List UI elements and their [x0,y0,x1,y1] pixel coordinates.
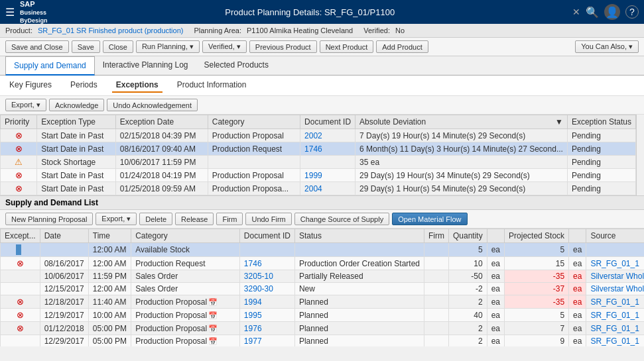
search-icon[interactable]: 🔍 [586,6,599,19]
exc-doc-id-cell[interactable]: 1746 [300,142,355,156]
sdl-doc-link[interactable]: 1746 [244,259,262,268]
sdl-status-cell: Partially Released [294,270,424,283]
sdl-source-link[interactable]: Silverstar Whol... [590,284,644,293]
exc-status-cell: Pending [567,129,635,142]
sub-tab-product-information[interactable]: Product Information [173,78,251,93]
exceptions-toolbar: Export, Acknowledge Undo Acknowledgement [0,96,644,115]
tab-selected-products[interactable]: Selected Products [196,56,277,76]
hamburger-icon[interactable]: ☰ [5,6,15,19]
sdl-source-cell[interactable]: SR_FG_01_1 [586,295,644,309]
sdl-source-cell[interactable]: Silverstar Whol... [586,270,644,283]
sdl-proj-unit-cell: ea [569,257,586,270]
main-tabs: Supply and Demand Interactive Planning L… [0,56,644,76]
sub-tab-periods[interactable]: Periods [66,78,101,93]
sdl-doc-link[interactable]: 1977 [244,336,262,346]
sdl-unit-cell: ea [487,283,504,295]
sdl-firm-cell [424,243,448,257]
sdl-doc-id-cell[interactable]: 1977 [239,335,294,347]
sdl-source-link[interactable]: SR_FG_01_1 [590,297,639,307]
sdl-doc-link[interactable]: 1994 [244,297,262,307]
undo-firm-button[interactable]: Undo Firm [245,213,291,225]
sdl-error-icon: ⊗ [17,323,24,333]
sdl-col-firm: Firm [424,229,448,243]
sdl-source-link[interactable]: SR_FG_01_1 [590,324,639,333]
export-exceptions-button[interactable]: Export, [5,99,46,111]
undo-acknowledge-button[interactable]: Undo Acknowledgement [107,99,198,111]
sdl-source-link[interactable]: SR_FG_01_1 [590,336,639,346]
sdl-doc-link[interactable]: 1995 [244,311,262,320]
tab-supply-demand[interactable]: Supply and Demand [5,56,95,76]
new-planning-proposal-button[interactable]: New Planning Proposal [5,213,93,225]
sdl-source-cell[interactable] [586,243,644,257]
close-button[interactable]: Close [103,40,133,53]
sdl-doc-link[interactable]: 3205-10 [244,272,273,281]
sdl-source-link[interactable]: SR_FG_01_1 [590,259,639,268]
export-sdl-button[interactable]: Export, [96,213,137,225]
exc-doc-link[interactable]: 2002 [304,131,322,140]
sdl-doc-id-cell[interactable] [239,243,294,257]
add-product-button[interactable]: Add Product [376,40,428,53]
sdl-doc-link[interactable]: 1976 [244,324,262,333]
sdl-firm-cell [424,309,448,322]
sdl-quantity-cell: -50 [448,270,487,283]
sdl-source-cell[interactable]: SR_FG_01_1 [586,335,644,347]
exc-category-cell: Production Proposal [208,169,300,182]
error-icon: ⊗ [15,130,23,140]
exc-doc-id-cell[interactable]: 2004 [300,182,355,195]
exc-doc-id-cell[interactable]: 2002 [300,129,355,142]
previous-product-button[interactable]: Previous Product [249,40,317,53]
open-material-flow-button[interactable]: Open Material Flow [392,213,467,225]
top-bar: ☰ SAPBusinessByDesign Product Planning D… [0,0,644,24]
sdl-source-cell[interactable]: SR_FG_01_1 [586,257,644,270]
sdl-doc-id-cell[interactable]: 1746 [239,257,294,270]
acknowledge-button[interactable]: Acknowledge [49,99,104,111]
product-link[interactable]: SR_FG_01 SR Finished product (production… [38,26,184,34]
sdl-source-link[interactable]: SR_FG_01_1 [590,311,639,320]
sdl-source-cell[interactable]: SR_FG_01_1 [586,322,644,335]
sdl-source-link[interactable]: Silverstar Whol... [590,272,644,281]
run-planning-button[interactable]: Run Planning, [136,40,200,53]
change-source-button[interactable]: Change Source of Supply [294,213,389,225]
exc-doc-id-cell[interactable] [300,156,355,169]
sdl-source-cell[interactable]: Silverstar Whol... [586,283,644,295]
sdl-category-cell: Production Proposal📅 [131,335,240,347]
sdl-doc-id-cell[interactable]: 3205-10 [239,270,294,283]
exc-doc-link[interactable]: 1746 [304,144,322,154]
delete-button[interactable]: Delete [139,213,172,225]
you-can-also-button[interactable]: You Can Also, [575,40,639,53]
exc-doc-link[interactable]: 1999 [304,171,322,180]
exc-status-cell: Pending [567,142,635,156]
close-tab-icon[interactable]: ✕ [572,7,580,17]
save-close-button[interactable]: Save and Close [5,40,69,53]
sdl-proj-unit-cell: ea [569,322,586,335]
sdl-doc-link[interactable]: 3290-30 [244,284,273,293]
sdl-unit-cell: ea [487,295,504,309]
firm-button[interactable]: Firm [216,213,243,225]
exc-doc-link[interactable]: 2004 [304,184,322,193]
exceptions-scrollbar[interactable] [636,115,644,195]
sub-tab-key-figures[interactable]: Key Figures [5,78,56,93]
sdl-time-cell: 12:00 AM [88,257,131,270]
verified-button[interactable]: Verified, [202,40,247,53]
tab-interactive-log[interactable]: Interactive Planning Log [95,56,196,76]
save-button[interactable]: Save [72,40,100,53]
sdl-table-container[interactable]: Except... Date Time Category Document ID… [0,229,644,346]
sdl-doc-id-cell[interactable]: 1994 [239,295,294,309]
exc-doc-id-cell[interactable]: 1999 [300,169,355,182]
next-product-button[interactable]: Next Product [320,40,374,53]
exc-category-cell: Production Request [208,142,300,156]
sdl-firm-cell [424,295,448,309]
sdl-source-cell[interactable]: SR_FG_01_1 [586,309,644,322]
sub-tab-exceptions[interactable]: Exceptions [112,78,162,93]
exc-date-cell: 01/25/2018 09:59 AM [115,182,208,195]
help-icon[interactable]: ? [625,5,639,19]
exc-status-cell: Pending [567,169,635,182]
user-icon[interactable]: 👤 [604,4,620,20]
calendar-icon: 📅 [208,298,218,306]
sdl-status-cell: Planned [294,309,424,322]
exc-date-cell: 01/24/2018 04:19 PM [115,169,208,182]
sdl-doc-id-cell[interactable]: 1995 [239,309,294,322]
sdl-doc-id-cell[interactable]: 1976 [239,322,294,335]
release-button[interactable]: Release [175,213,214,225]
sdl-doc-id-cell[interactable]: 3290-30 [239,283,294,295]
